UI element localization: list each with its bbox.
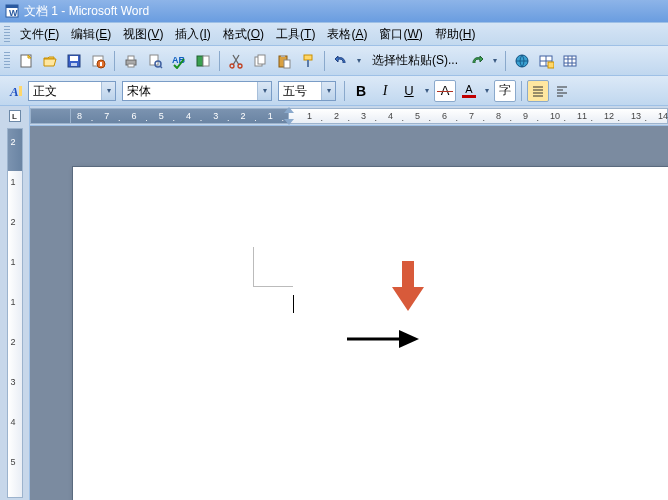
svg-point-19 <box>230 64 234 68</box>
svg-rect-5 <box>70 56 78 61</box>
new-button[interactable] <box>15 50 37 72</box>
chevron-down-icon: ▾ <box>357 56 361 65</box>
svg-rect-33 <box>564 56 576 66</box>
chevron-down-icon: ▾ <box>321 82 335 100</box>
vertical-ruler-wrap: 212112345 <box>0 126 30 500</box>
format-painter-button[interactable] <box>297 50 319 72</box>
document-background <box>30 126 668 500</box>
paste-button[interactable] <box>273 50 295 72</box>
svg-rect-26 <box>304 55 312 60</box>
font-color-button[interactable]: A <box>458 80 480 102</box>
menu-insert[interactable]: 插入(I) <box>169 24 216 45</box>
window-title: 文档 1 - Microsoft Word <box>24 3 149 20</box>
copy-button[interactable] <box>249 50 271 72</box>
tab-selector[interactable]: L <box>0 106 30 126</box>
cut-button[interactable] <box>225 50 247 72</box>
underline-button[interactable]: U <box>398 80 420 102</box>
menu-format[interactable]: 格式(O) <box>217 24 270 45</box>
chevron-down-icon: ▾ <box>485 86 489 95</box>
menu-edit[interactable]: 编辑(E) <box>65 24 117 45</box>
menu-bar: 文件(F) 编辑(E) 视图(V) 插入(I) 格式(O) 工具(T) 表格(A… <box>0 22 668 46</box>
chevron-down-icon: ▾ <box>493 56 497 65</box>
menu-view[interactable]: 视图(V) <box>117 24 169 45</box>
document-region: 212112345 <box>0 126 668 500</box>
svg-text:A: A <box>9 84 19 99</box>
svg-rect-27 <box>307 60 309 67</box>
insert-table-button[interactable] <box>559 50 581 72</box>
svg-rect-17 <box>197 56 203 66</box>
size-value: 五号 <box>279 82 321 100</box>
svg-text:W: W <box>9 8 18 18</box>
svg-rect-24 <box>281 55 285 57</box>
menu-table[interactable]: 表格(A) <box>321 24 373 45</box>
separator <box>344 81 345 101</box>
underline-dropdown[interactable]: ▾ <box>422 80 432 102</box>
save-button[interactable] <box>63 50 85 72</box>
undo-button[interactable] <box>330 50 352 72</box>
margin-corner-mark <box>253 247 293 287</box>
document-page[interactable] <box>72 166 668 500</box>
svg-rect-32 <box>548 62 554 68</box>
font-select[interactable]: 宋体 ▾ <box>122 81 272 101</box>
toolbar-grip[interactable] <box>4 52 10 70</box>
hyperlink-button[interactable] <box>511 50 533 72</box>
svg-rect-12 <box>128 64 134 67</box>
separator <box>324 51 325 71</box>
print-preview-button[interactable] <box>144 50 166 72</box>
svg-rect-39 <box>19 86 22 96</box>
standard-toolbar: AB ▾ 选择性粘贴(S)... ▾ <box>0 46 668 76</box>
formatting-toolbar: A 正文 ▾ 宋体 ▾ 五号 ▾ B I U ▾ A A ▾ 字 <box>0 76 668 106</box>
redo-dropdown[interactable]: ▾ <box>490 50 500 72</box>
strikethrough-button[interactable]: A <box>434 80 456 102</box>
vertical-ruler[interactable]: 212112345 <box>7 128 23 498</box>
svg-rect-6 <box>71 63 77 66</box>
separator <box>219 51 220 71</box>
menu-help[interactable]: 帮助(H) <box>429 24 482 45</box>
menu-file[interactable]: 文件(F) <box>14 24 65 45</box>
svg-rect-25 <box>284 60 290 68</box>
italic-button[interactable]: I <box>374 80 396 102</box>
paste-special-button[interactable]: 选择性粘贴(S)... <box>365 50 465 72</box>
style-value: 正文 <box>29 82 101 100</box>
title-bar: W 文档 1 - Microsoft Word <box>0 0 668 22</box>
toolbar-grip[interactable] <box>4 26 10 42</box>
style-select[interactable]: 正文 ▾ <box>28 81 116 101</box>
menu-window[interactable]: 窗口(W) <box>373 24 428 45</box>
down-arrow-annotation <box>388 257 428 317</box>
separator <box>521 81 522 101</box>
open-button[interactable] <box>39 50 61 72</box>
permissions-button[interactable] <box>87 50 109 72</box>
char-shading-button[interactable]: 字 <box>494 80 516 102</box>
separator <box>505 51 506 71</box>
chevron-down-icon: ▾ <box>425 86 429 95</box>
svg-rect-13 <box>150 55 158 65</box>
font-value: 宋体 <box>123 82 257 100</box>
chevron-down-icon: ▾ <box>101 82 115 100</box>
align-left-button[interactable] <box>551 80 573 102</box>
tables-borders-button[interactable] <box>535 50 557 72</box>
svg-rect-11 <box>128 56 134 60</box>
app-icon: W <box>4 3 20 19</box>
ruler-area: L 8·7·6·5·4·3·2·1· 1·2·3·4·5·6·7·8·9·10·… <box>0 106 668 126</box>
svg-rect-9 <box>100 62 102 66</box>
align-distributed-button[interactable] <box>527 80 549 102</box>
styles-formatting-button[interactable]: A <box>5 80 27 102</box>
menu-tools[interactable]: 工具(T) <box>270 24 321 45</box>
font-color-dropdown[interactable]: ▾ <box>482 80 492 102</box>
print-button[interactable] <box>120 50 142 72</box>
separator <box>114 51 115 71</box>
svg-rect-18 <box>203 56 209 66</box>
tab-stop-icon: L <box>12 112 17 121</box>
spellcheck-button[interactable]: AB <box>168 50 190 72</box>
bold-button[interactable]: B <box>350 80 372 102</box>
research-button[interactable] <box>192 50 214 72</box>
font-size-select[interactable]: 五号 ▾ <box>278 81 336 101</box>
chevron-down-icon: ▾ <box>257 82 271 100</box>
undo-dropdown[interactable]: ▾ <box>354 50 364 72</box>
text-cursor <box>293 295 294 313</box>
right-arrow-annotation <box>343 327 423 351</box>
svg-line-15 <box>160 66 162 68</box>
redo-button[interactable] <box>466 50 488 72</box>
horizontal-ruler[interactable]: 8·7·6·5·4·3·2·1· 1·2·3·4·5·6·7·8·9·10·11… <box>30 108 668 124</box>
svg-rect-22 <box>258 55 265 64</box>
